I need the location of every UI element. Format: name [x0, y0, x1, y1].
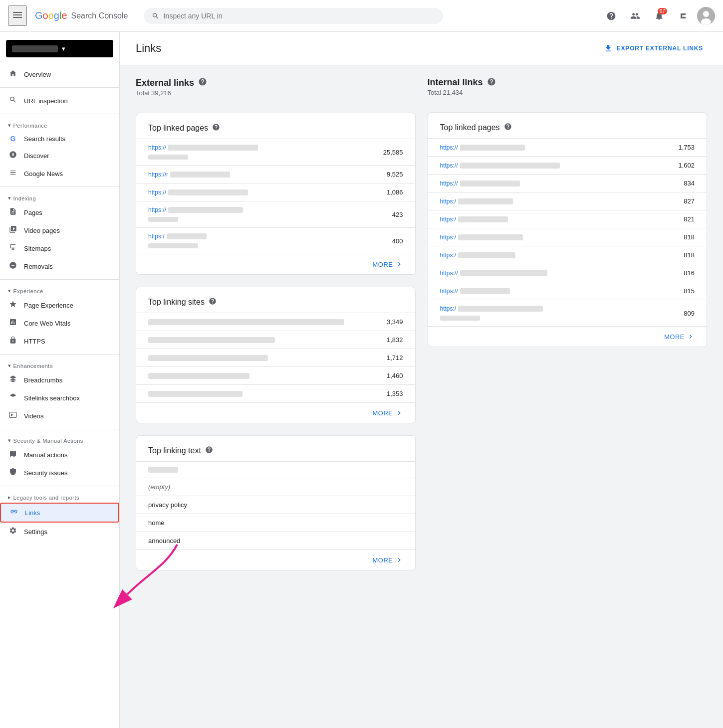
table-row: 1,712: [136, 349, 415, 366]
account-circle-button[interactable]: [625, 6, 645, 26]
avatar[interactable]: [697, 7, 715, 25]
sitelinks-icon: [8, 393, 18, 403]
core-web-vitals-icon: [8, 318, 18, 328]
table-row: https:/ 400: [136, 227, 415, 254]
sidebar-item-label: Settings: [24, 528, 47, 536]
sidebar-item-core-web-vitals[interactable]: Core Web Vitals: [0, 314, 119, 332]
link-count: 816: [684, 269, 695, 277]
notification-badge: 97: [658, 8, 667, 14]
link-count: 834: [684, 180, 695, 187]
notifications-button[interactable]: 97: [649, 6, 669, 26]
card-help-icon[interactable]: [212, 123, 220, 133]
property-selector[interactable]: ▾: [6, 40, 113, 57]
table-row: [136, 461, 415, 478]
section-label: Enhancements: [13, 363, 53, 369]
table-row: 1,460: [136, 366, 415, 384]
link-count: 1,602: [678, 162, 695, 169]
sidebar-item-breadcrumbs[interactable]: Breadcrumbs: [0, 371, 119, 389]
sidebar-item-video-pages[interactable]: Video pages: [0, 221, 119, 239]
internal-top-linked-pages-card: Top linked pages https://: [428, 112, 708, 347]
section-legacy[interactable]: ▸ Legacy tools and reports: [0, 490, 119, 503]
external-links-header: External links Total 39,216: [136, 77, 416, 97]
export-external-links-button[interactable]: EXPORT EXTERNAL LINKS: [600, 40, 707, 57]
table-row: privacy policy: [136, 496, 415, 514]
linking-text-value: home: [148, 519, 165, 527]
card-title-row: Top linked pages: [136, 113, 415, 139]
link-url: https://: [148, 144, 258, 160]
sidebar-item-label: URL inspection: [24, 97, 68, 105]
card-help-icon[interactable]: [209, 297, 217, 307]
sidebar-item-label: Google News: [24, 170, 63, 178]
google-news-icon: [8, 169, 18, 179]
sidebar-item-label: Video pages: [24, 227, 60, 234]
sidebar-item-search-results[interactable]: G Search results: [0, 131, 119, 147]
sidebar-item-videos[interactable]: Videos: [0, 407, 119, 425]
sidebar-item-manual-actions[interactable]: Manual actions: [0, 446, 119, 464]
links-icon: [9, 508, 19, 518]
help-button[interactable]: [601, 6, 621, 26]
more-button-external-linked-pages[interactable]: MORE: [136, 254, 415, 274]
section-chevron: ▾: [8, 363, 11, 369]
sidebar-item-security-issues[interactable]: Security issues: [0, 464, 119, 482]
section-experience[interactable]: ▾ Experience: [0, 284, 119, 296]
link-url: https://: [440, 144, 525, 151]
table-row: https:/ 809: [428, 300, 707, 326]
table-row: https:// 25,585: [136, 139, 415, 165]
sidebar-item-overview[interactable]: Overview: [0, 65, 119, 83]
sidebar-item-links[interactable]: Links: [0, 503, 119, 523]
link-count: 818: [684, 251, 695, 259]
menu-icon[interactable]: [8, 5, 27, 26]
section-performance[interactable]: ▾ Performance: [0, 118, 119, 131]
content-area: External links Total 39,216 Top linked p…: [120, 65, 723, 582]
svg-rect-1: [13, 14, 22, 15]
card-help-icon[interactable]: [504, 123, 512, 132]
table-row: https:/ 821: [428, 210, 707, 228]
sidebar-item-removals[interactable]: Removals: [0, 257, 119, 275]
more-button-internal-linked-pages[interactable]: MORE: [428, 326, 707, 347]
link-url: https://: [148, 189, 248, 196]
sidebar-item-pages[interactable]: Pages: [0, 203, 119, 221]
export-btn-label: EXPORT EXTERNAL LINKS: [617, 45, 703, 52]
section-security[interactable]: ▾ Security & Manual Actions: [0, 433, 119, 446]
section-indexing[interactable]: ▾ Indexing: [0, 191, 119, 203]
link-count: 1,353: [387, 390, 403, 397]
internal-links-help-icon[interactable]: [487, 77, 496, 88]
section-label: Experience: [13, 288, 43, 294]
sidebar-item-page-experience[interactable]: Page Experience: [0, 296, 119, 314]
sidebar-item-sitelinks-searchbox[interactable]: Sitelinks searchbox: [0, 389, 119, 407]
section-enhancements[interactable]: ▾ Enhancements: [0, 359, 119, 371]
sidebar-item-sitemaps[interactable]: Sitemaps: [0, 239, 119, 257]
link-url: https://: [440, 162, 560, 169]
link-count: 423: [392, 211, 403, 218]
link-count: 815: [684, 287, 695, 295]
section-chevron: ▾: [8, 437, 11, 444]
card-title: Top linking text: [148, 446, 201, 455]
external-links-help-icon[interactable]: [198, 77, 207, 88]
home-icon: [8, 69, 18, 79]
internal-links-title: Internal links: [428, 77, 483, 88]
search-input[interactable]: [164, 12, 436, 20]
sidebar-item-https[interactable]: HTTPS: [0, 332, 119, 350]
pages-icon: [8, 207, 18, 217]
divider: [0, 279, 119, 280]
card-title-row: Top linking text: [136, 436, 415, 461]
table-row: https:/ 827: [428, 192, 707, 210]
card-help-icon[interactable]: [205, 446, 213, 455]
table-row: https:// 834: [428, 174, 707, 192]
nav-actions: 97: [601, 6, 715, 26]
sidebar-item-label: Manual actions: [24, 451, 67, 459]
table-row: home: [136, 514, 415, 532]
more-button-linking-text[interactable]: MORE: [136, 549, 415, 570]
section-label: Legacy tools and reports: [13, 495, 79, 501]
external-top-linked-pages-card: Top linked pages https://: [136, 113, 416, 275]
sidebar: ▾ Overview URL inspection ▾ Performance …: [0, 32, 120, 728]
sidebar-item-google-news[interactable]: Google News: [0, 165, 119, 182]
table-row: https:/ 818: [428, 246, 707, 264]
page-title: Links: [136, 42, 161, 55]
sidebar-item-discover[interactable]: Discover: [0, 147, 119, 165]
table-row: (empty): [136, 478, 415, 496]
more-button-linking-sites[interactable]: MORE: [136, 402, 415, 423]
sidebar-item-settings[interactable]: Settings: [0, 523, 119, 541]
sidebar-item-url-inspection[interactable]: URL inspection: [0, 92, 119, 110]
apps-button[interactable]: [673, 6, 693, 26]
